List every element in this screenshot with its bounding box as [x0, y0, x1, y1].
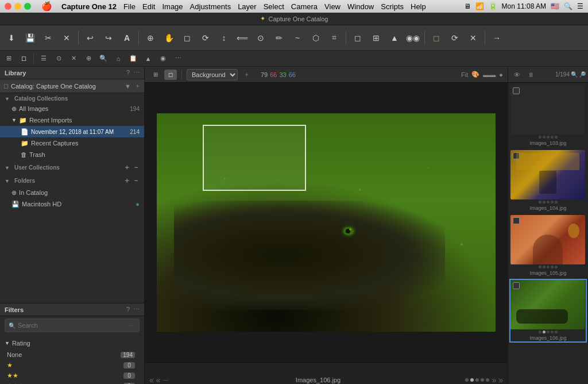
focus-button[interactable]: ◻ [350, 30, 366, 46]
clone-tool[interactable]: ⊙ [253, 30, 269, 46]
minimize-button[interactable] [14, 3, 21, 10]
add-layer-icon[interactable]: ＋ [240, 70, 253, 80]
zoom-in-icon[interactable]: 🔍 [571, 71, 578, 78]
trash-item[interactable]: 🗑 Trash [0, 149, 144, 160]
compare-button[interactable]: ◉◉ [405, 30, 421, 46]
apple-menu[interactable]: 🍎 [41, 1, 52, 11]
save-button[interactable]: 💾 [22, 30, 38, 46]
heal-tool[interactable]: ⟸ [234, 30, 250, 46]
stop-button[interactable]: ✕ [465, 30, 481, 46]
zoom-out-icon[interactable]: 🔎 [579, 71, 586, 78]
menu-scripts[interactable]: Scripts [381, 2, 404, 11]
rating-header[interactable]: ▼ Rating [0, 337, 144, 350]
filters-help-icon[interactable]: ? [126, 306, 130, 313]
export-button[interactable]: ◻ [428, 30, 444, 46]
thumbnails-panel[interactable]: Images_103.jpg Images_104.jpg [508, 83, 588, 384]
thumbnail-105[interactable]: Images_105.jpg [510, 215, 586, 277]
histogram-icon[interactable]: ▬▬ [483, 71, 496, 78]
viewer-more-icon[interactable]: ● [499, 71, 503, 78]
view-grid-icon[interactable]: ⊞ [2, 52, 15, 65]
menu-layer[interactable]: Layer [238, 2, 257, 11]
menu-select[interactable]: Select [264, 2, 284, 11]
nav-prev2-icon[interactable]: « [156, 375, 161, 385]
nav-prev-icon[interactable]: « [149, 375, 154, 385]
thumbnail-104[interactable]: Images_104.jpg [510, 150, 586, 212]
circle-icon[interactable]: ⊙ [52, 52, 65, 65]
lasso-tool[interactable]: ⬡ [308, 30, 324, 46]
macintosh-hd-item[interactable]: 💾 Macintosh HD ● [0, 198, 144, 210]
menu-window[interactable]: Window [347, 2, 374, 11]
search-icon[interactable]: 🔍 [564, 2, 572, 10]
menu-view[interactable]: View [324, 2, 341, 11]
redo-button[interactable]: ↪ [100, 30, 117, 46]
november-import-item[interactable]: 📄 November 12, 2018 at 11:07 AM 214 [0, 126, 144, 137]
tag-icon[interactable]: ✕ [67, 52, 80, 65]
remove-collection-icon[interactable]: － [133, 163, 140, 172]
single-view-btn[interactable]: ◻ [164, 70, 177, 80]
cursor-tool[interactable]: ⊕ [142, 30, 158, 46]
menu-edit[interactable]: Edit [142, 2, 155, 11]
line-tool[interactable]: ~ [289, 30, 305, 46]
gradient-tool[interactable]: ⌗ [326, 30, 342, 46]
nav-next-icon[interactable]: » [498, 375, 503, 385]
folders-header[interactable]: ▼ Folders ＋ － [0, 174, 144, 187]
zoom-icon[interactable]: 🔍 [97, 52, 110, 65]
warn-button[interactable]: ▲ [386, 30, 403, 46]
delete-button[interactable]: ✕ [59, 30, 75, 46]
color-picker-icon[interactable]: 🎨 [471, 71, 479, 78]
thumbnail-103[interactable]: Images_103.jpg [510, 85, 586, 147]
undo-button[interactable]: ↩ [82, 30, 98, 46]
clipboard-icon[interactable]: 📋 [127, 52, 140, 65]
import-button[interactable]: ⬇ [3, 30, 20, 46]
remove-folder-icon[interactable]: － [133, 176, 140, 186]
rotate-tool[interactable]: ◻ [179, 30, 195, 46]
menu-camera[interactable]: Camera [291, 2, 318, 11]
library-icon[interactable]: ☰ [37, 52, 50, 65]
up-icon[interactable]: ▲ [142, 52, 154, 65]
eye-icon[interactable]: 👁 [510, 68, 523, 81]
arrow-button[interactable]: → [489, 30, 505, 46]
catalog-collections-header[interactable]: ▼ Catalog Collections [0, 93, 144, 103]
fullscreen-button[interactable] [24, 3, 31, 10]
thumbnail-106[interactable]: Images_106.jpg [510, 280, 586, 341]
add-collection-icon[interactable]: ＋ [123, 163, 130, 172]
library-help-icon[interactable]: ? [126, 69, 130, 76]
library-more-icon[interactable]: ⋯ [133, 69, 140, 76]
filters-more-icon[interactable]: ⋯ [133, 306, 140, 313]
zoom-fit[interactable]: Fit [461, 71, 468, 78]
catalog-selector[interactable]: ◻ Catalog: Capture One Catalog ▼ ＋ [0, 79, 144, 93]
viewer-area[interactable] [145, 83, 508, 362]
view-single-icon[interactable]: ◻ [17, 52, 30, 65]
more-icon[interactable]: ⋯ [172, 52, 184, 65]
menu-help[interactable]: Help [411, 2, 426, 11]
crop-tool[interactable]: ⟳ [198, 30, 214, 46]
text-button[interactable]: A [119, 30, 135, 46]
process-button[interactable]: ⟳ [447, 30, 463, 46]
level-tool[interactable]: ↕ [216, 30, 232, 46]
search-input[interactable] [18, 322, 130, 329]
grid-view-btn[interactable]: ⊞ [149, 70, 162, 80]
search-clear-icon[interactable]: ⋯ [130, 322, 136, 329]
menu-adjustments[interactable]: Adjustments [190, 2, 231, 11]
control-icon[interactable]: ☰ [577, 2, 583, 10]
rating-none-row[interactable]: None 194 [0, 350, 144, 360]
add-folder-icon[interactable]: ＋ [123, 176, 130, 186]
filter-search[interactable]: 🔍 ⋯ [5, 318, 140, 332]
nav-next2-icon[interactable]: » [492, 375, 496, 385]
user-collections-header[interactable]: ▼ User Collections ＋ － [0, 160, 144, 174]
layer-select[interactable]: Background [187, 69, 238, 80]
rating-1star-row[interactable]: ★ 0 [0, 360, 144, 370]
cut-button[interactable]: ✂ [40, 30, 56, 46]
pan-tool[interactable]: ✋ [161, 30, 177, 46]
recent-captures-item[interactable]: 📁 Recent Captures [0, 137, 144, 149]
add-catalog-icon[interactable]: ＋ [134, 82, 141, 90]
rating-3star-row[interactable]: ★★★ 0 [0, 381, 144, 384]
in-catalog-item[interactable]: ⊕ In Catalog [0, 187, 144, 198]
erase-tool[interactable]: ✏ [271, 30, 287, 46]
menu-file[interactable]: File [123, 2, 136, 11]
grid-button[interactable]: ⊞ [368, 30, 384, 46]
plus-circle-icon[interactable]: ⊕ [82, 52, 95, 65]
info-icon[interactable]: ◉ [157, 52, 169, 65]
close-button[interactable] [5, 3, 11, 10]
all-images-item[interactable]: ⊕ All Images 194 [0, 103, 144, 114]
